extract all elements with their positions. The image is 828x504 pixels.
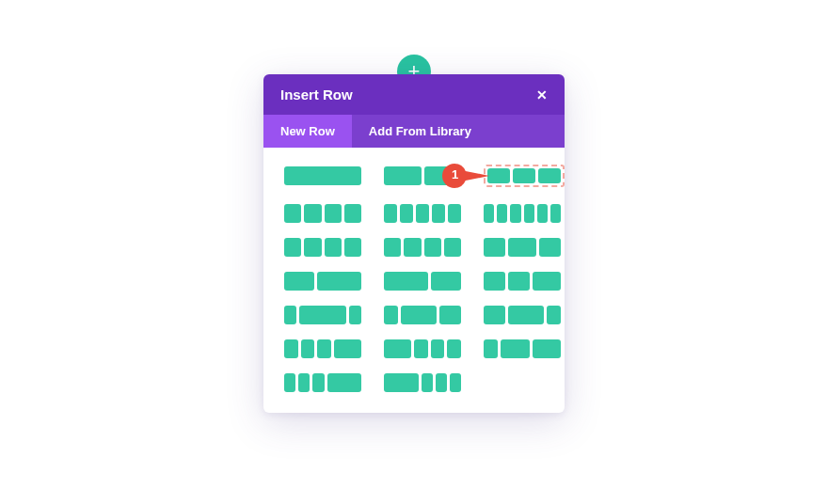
- layout-col: [447, 339, 461, 358]
- layout-option-2[interactable]: 1: [484, 165, 565, 187]
- layout-col: [524, 204, 534, 223]
- layout-col: [384, 339, 411, 358]
- layout-option-12[interactable]: [284, 306, 361, 324]
- layout-col: [508, 272, 530, 291]
- layout-col: [436, 373, 447, 392]
- layout-col: [422, 373, 433, 392]
- layout-col: [424, 166, 462, 185]
- layout-col: [450, 373, 461, 392]
- layout-option-7[interactable]: [384, 238, 461, 257]
- panel-title: Insert Row: [280, 87, 353, 102]
- layout-col: [284, 373, 295, 392]
- layout-option-14[interactable]: [484, 306, 561, 324]
- layout-option-11[interactable]: [484, 272, 561, 291]
- layout-col: [384, 306, 398, 324]
- layout-col: [334, 339, 361, 358]
- layout-col: [312, 373, 324, 392]
- layout-col: [325, 204, 342, 223]
- layout-col: [384, 272, 428, 291]
- layout-option-15[interactable]: [284, 339, 361, 358]
- layout-option-6[interactable]: [284, 238, 361, 257]
- layout-col: [484, 339, 498, 358]
- tabs: New Row Add From Library: [263, 115, 565, 148]
- layout-col: [547, 306, 561, 324]
- layout-col: [537, 204, 548, 223]
- layout-col: [404, 238, 421, 257]
- layout-col: [508, 306, 544, 324]
- layout-option-13[interactable]: [384, 306, 461, 324]
- layout-col: [304, 204, 321, 223]
- layout-option-17[interactable]: [484, 339, 561, 358]
- layout-col: [448, 204, 461, 223]
- layout-col: [284, 339, 298, 358]
- layout-col: [384, 238, 401, 257]
- layout-option-1[interactable]: [384, 166, 461, 185]
- layout-col: [538, 168, 561, 183]
- layout-col: [400, 204, 413, 223]
- tab-new-row[interactable]: New Row: [263, 115, 352, 148]
- layout-col: [327, 373, 362, 392]
- layout-col: [414, 339, 428, 358]
- layout-col: [513, 168, 535, 183]
- layout-col: [384, 204, 397, 223]
- layout-col: [301, 339, 315, 358]
- layout-col: [424, 238, 441, 257]
- layout-col: [344, 204, 361, 223]
- layout-option-9[interactable]: [284, 272, 361, 291]
- layout-option-3[interactable]: [284, 204, 361, 223]
- panel-header: Insert Row ✕: [263, 74, 565, 115]
- layout-col: [484, 272, 505, 291]
- layout-col: [510, 204, 520, 223]
- layout-option-5[interactable]: [484, 204, 561, 223]
- layout-col: [299, 306, 347, 324]
- layout-col: [298, 373, 310, 392]
- layout-col: [384, 166, 422, 185]
- layout-col: [533, 272, 561, 291]
- layout-col: [484, 306, 505, 324]
- tab-add-from-library[interactable]: Add From Library: [352, 115, 488, 148]
- panel-body: 1: [263, 148, 565, 413]
- layout-col: [550, 204, 561, 223]
- layout-col: [439, 306, 461, 324]
- layout-col: [304, 238, 321, 257]
- layout-col: [384, 373, 419, 392]
- insert-row-panel: Insert Row ✕ New Row Add From Library 1: [263, 74, 565, 413]
- layout-option-4[interactable]: [384, 204, 461, 223]
- layout-col: [444, 238, 461, 257]
- layout-col: [484, 238, 505, 257]
- layout-option-8[interactable]: [484, 238, 561, 257]
- layout-option-19[interactable]: [384, 373, 461, 392]
- close-icon[interactable]: ✕: [536, 88, 548, 102]
- layout-col: [431, 339, 445, 358]
- layout-option-18[interactable]: [284, 373, 361, 392]
- layout-col: [501, 339, 529, 358]
- layout-col: [508, 238, 536, 257]
- layout-option-16[interactable]: [384, 339, 461, 358]
- layout-col: [284, 166, 361, 185]
- layout-col: [284, 306, 296, 324]
- layout-col: [497, 204, 507, 223]
- layout-col: [284, 238, 301, 257]
- layout-col: [284, 272, 314, 291]
- layout-col: [484, 204, 494, 223]
- layout-col: [539, 238, 561, 257]
- layout-col: [401, 306, 437, 324]
- layout-col: [325, 238, 342, 257]
- layout-grid: 1: [284, 166, 544, 392]
- layout-option-0[interactable]: [284, 166, 361, 185]
- layout-col: [416, 204, 429, 223]
- layout-col: [284, 204, 301, 223]
- layout-col: [431, 272, 461, 291]
- layout-col: [317, 339, 331, 358]
- layout-option-10[interactable]: [384, 272, 461, 291]
- layout-col: [487, 168, 510, 183]
- layout-col: [432, 204, 445, 223]
- layout-col: [349, 306, 361, 324]
- layout-col: [533, 339, 561, 358]
- layout-col: [344, 238, 361, 257]
- layout-col: [317, 272, 361, 291]
